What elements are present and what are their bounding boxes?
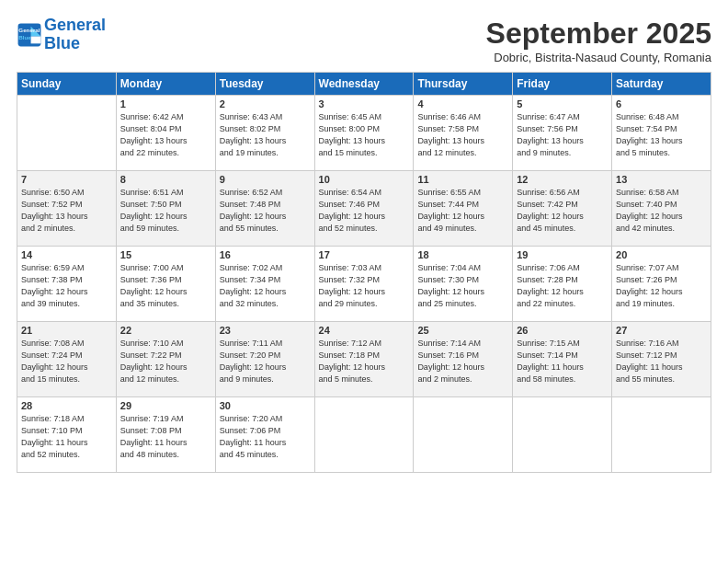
week-row-5: 28Sunrise: 7:18 AM Sunset: 7:10 PM Dayli…	[17, 397, 711, 473]
day-number: 6	[616, 98, 707, 109]
svg-marker-2	[31, 36, 41, 43]
col-header-wednesday: Wednesday	[314, 73, 414, 96]
day-cell: 13Sunrise: 6:58 AM Sunset: 7:40 PM Dayli…	[612, 171, 711, 247]
day-number: 29	[120, 400, 211, 411]
day-cell: 8Sunrise: 6:51 AM Sunset: 7:50 PM Daylig…	[116, 171, 215, 247]
day-info: Sunrise: 7:04 AM Sunset: 7:30 PM Dayligh…	[417, 262, 508, 310]
day-number: 20	[616, 249, 707, 260]
day-cell: 5Sunrise: 6:47 AM Sunset: 7:56 PM Daylig…	[513, 96, 612, 171]
day-number: 23	[220, 325, 311, 336]
day-info: Sunrise: 7:06 AM Sunset: 7:28 PM Dayligh…	[517, 262, 608, 310]
day-cell: 14Sunrise: 6:59 AM Sunset: 7:38 PM Dayli…	[17, 247, 117, 322]
week-row-4: 21Sunrise: 7:08 AM Sunset: 7:24 PM Dayli…	[17, 322, 711, 397]
col-header-friday: Friday	[513, 73, 612, 96]
day-info: Sunrise: 7:08 AM Sunset: 7:24 PM Dayligh…	[21, 338, 112, 385]
week-row-1: 1Sunrise: 6:42 AM Sunset: 8:04 PM Daylig…	[17, 96, 711, 171]
header: General Blue General Blue September 2025…	[17, 17, 711, 64]
day-info: Sunrise: 7:00 AM Sunset: 7:36 PM Dayligh…	[120, 262, 211, 310]
day-cell: 20Sunrise: 7:07 AM Sunset: 7:26 PM Dayli…	[612, 247, 711, 322]
col-header-monday: Monday	[116, 73, 215, 96]
col-header-tuesday: Tuesday	[215, 73, 314, 96]
day-number: 7	[21, 174, 112, 185]
day-cell: 4Sunrise: 6:46 AM Sunset: 7:58 PM Daylig…	[414, 96, 513, 171]
day-info: Sunrise: 6:45 AM Sunset: 8:00 PM Dayligh…	[319, 111, 410, 159]
day-info: Sunrise: 7:12 AM Sunset: 7:18 PM Dayligh…	[319, 338, 410, 385]
day-cell	[414, 397, 513, 473]
day-info: Sunrise: 6:43 AM Sunset: 8:02 PM Dayligh…	[220, 111, 311, 159]
day-number: 5	[517, 98, 608, 109]
col-header-thursday: Thursday	[414, 73, 513, 96]
logo-text: General Blue	[44, 17, 106, 53]
day-number: 11	[417, 174, 508, 185]
day-cell: 30Sunrise: 7:20 AM Sunset: 7:06 PM Dayli…	[215, 397, 314, 473]
calendar-body: 1Sunrise: 6:42 AM Sunset: 8:04 PM Daylig…	[17, 96, 711, 473]
logo-line1: General	[44, 16, 106, 34]
day-number: 9	[220, 174, 311, 185]
calendar-table: SundayMondayTuesdayWednesdayThursdayFrid…	[17, 72, 711, 473]
day-info: Sunrise: 7:14 AM Sunset: 7:16 PM Dayligh…	[417, 338, 508, 385]
logo-icon: General Blue	[17, 22, 42, 48]
title-block: September 2025 Dobric, Bistrita-Nasaud C…	[486, 17, 711, 64]
day-number: 12	[517, 174, 608, 185]
day-number: 10	[319, 174, 410, 185]
day-cell: 21Sunrise: 7:08 AM Sunset: 7:24 PM Dayli…	[17, 322, 117, 397]
day-number: 28	[21, 400, 112, 411]
day-cell	[612, 397, 711, 473]
day-info: Sunrise: 6:51 AM Sunset: 7:50 PM Dayligh…	[120, 187, 211, 235]
day-cell: 12Sunrise: 6:56 AM Sunset: 7:42 PM Dayli…	[513, 171, 612, 247]
day-number: 14	[21, 249, 112, 260]
day-number: 2	[220, 98, 311, 109]
day-info: Sunrise: 6:46 AM Sunset: 7:58 PM Dayligh…	[417, 111, 508, 159]
day-cell: 26Sunrise: 7:15 AM Sunset: 7:14 PM Dayli…	[513, 322, 612, 397]
calendar-page: General Blue General Blue September 2025…	[0, 0, 728, 563]
day-number: 27	[616, 325, 707, 336]
day-cell: 16Sunrise: 7:02 AM Sunset: 7:34 PM Dayli…	[215, 247, 314, 322]
day-info: Sunrise: 6:52 AM Sunset: 7:48 PM Dayligh…	[220, 187, 311, 235]
day-info: Sunrise: 7:16 AM Sunset: 7:12 PM Dayligh…	[616, 338, 707, 385]
week-row-2: 7Sunrise: 6:50 AM Sunset: 7:52 PM Daylig…	[17, 171, 711, 247]
day-info: Sunrise: 7:02 AM Sunset: 7:34 PM Dayligh…	[220, 262, 311, 310]
day-number: 15	[120, 249, 211, 260]
svg-text:General: General	[18, 27, 40, 33]
day-cell: 23Sunrise: 7:11 AM Sunset: 7:20 PM Dayli…	[215, 322, 314, 397]
day-cell: 3Sunrise: 6:45 AM Sunset: 8:00 PM Daylig…	[314, 96, 414, 171]
day-number: 4	[417, 98, 508, 109]
day-info: Sunrise: 6:54 AM Sunset: 7:46 PM Dayligh…	[319, 187, 410, 235]
day-cell: 11Sunrise: 6:55 AM Sunset: 7:44 PM Dayli…	[414, 171, 513, 247]
day-cell: 9Sunrise: 6:52 AM Sunset: 7:48 PM Daylig…	[215, 171, 314, 247]
day-number: 3	[319, 98, 410, 109]
day-cell: 2Sunrise: 6:43 AM Sunset: 8:02 PM Daylig…	[215, 96, 314, 171]
day-info: Sunrise: 7:11 AM Sunset: 7:20 PM Dayligh…	[220, 338, 311, 385]
svg-text:Blue: Blue	[18, 33, 31, 40]
col-header-sunday: Sunday	[17, 73, 117, 96]
day-info: Sunrise: 7:15 AM Sunset: 7:14 PM Dayligh…	[517, 338, 608, 385]
month-title: September 2025	[486, 17, 711, 51]
day-number: 17	[319, 249, 410, 260]
week-row-3: 14Sunrise: 6:59 AM Sunset: 7:38 PM Dayli…	[17, 247, 711, 322]
day-cell: 28Sunrise: 7:18 AM Sunset: 7:10 PM Dayli…	[17, 397, 117, 473]
day-number: 19	[517, 249, 608, 260]
day-number: 16	[220, 249, 311, 260]
day-cell: 10Sunrise: 6:54 AM Sunset: 7:46 PM Dayli…	[314, 171, 414, 247]
day-cell	[17, 96, 117, 171]
day-cell: 15Sunrise: 7:00 AM Sunset: 7:36 PM Dayli…	[116, 247, 215, 322]
day-info: Sunrise: 6:58 AM Sunset: 7:40 PM Dayligh…	[616, 187, 707, 235]
logo-line2: Blue	[44, 34, 80, 52]
day-info: Sunrise: 6:48 AM Sunset: 7:54 PM Dayligh…	[616, 111, 707, 159]
day-number: 30	[220, 400, 311, 411]
location: Dobric, Bistrita-Nasaud County, Romania	[486, 51, 711, 64]
col-header-saturday: Saturday	[612, 73, 711, 96]
day-info: Sunrise: 7:10 AM Sunset: 7:22 PM Dayligh…	[120, 338, 211, 385]
logo: General Blue General Blue	[17, 17, 106, 53]
day-cell: 27Sunrise: 7:16 AM Sunset: 7:12 PM Dayli…	[612, 322, 711, 397]
day-number: 1	[120, 98, 211, 109]
day-cell	[513, 397, 612, 473]
day-info: Sunrise: 6:59 AM Sunset: 7:38 PM Dayligh…	[21, 262, 112, 310]
day-number: 24	[319, 325, 410, 336]
day-cell	[314, 397, 414, 473]
day-cell: 24Sunrise: 7:12 AM Sunset: 7:18 PM Dayli…	[314, 322, 414, 397]
day-cell: 17Sunrise: 7:03 AM Sunset: 7:32 PM Dayli…	[314, 247, 414, 322]
day-cell: 7Sunrise: 6:50 AM Sunset: 7:52 PM Daylig…	[17, 171, 117, 247]
day-info: Sunrise: 6:56 AM Sunset: 7:42 PM Dayligh…	[517, 187, 608, 235]
calendar-header-row: SundayMondayTuesdayWednesdayThursdayFrid…	[17, 73, 711, 96]
